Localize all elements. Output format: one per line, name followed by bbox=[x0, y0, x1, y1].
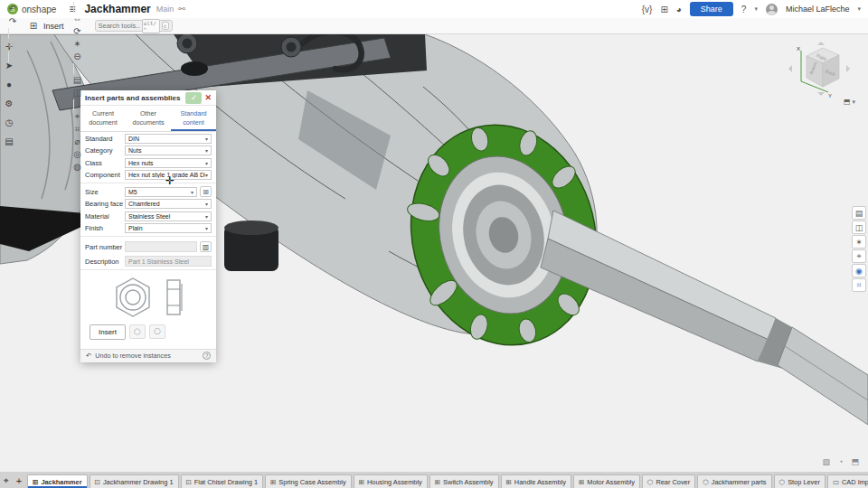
tab-type-icon: ⬡ bbox=[703, 478, 709, 486]
graphics-area[interactable]: ✛➤●⚙◷▤ ▤◫✶⌖◉⌗ X Y Right Bottom bbox=[0, 34, 868, 472]
toolbar-icon[interactable]: ⇔ bbox=[71, 13, 85, 25]
versions-icon[interactable]: {v} bbox=[642, 5, 653, 14]
chevron-down-icon: ▾ bbox=[205, 201, 208, 207]
toolbar-icon[interactable]: ◎ bbox=[71, 148, 85, 161]
close-button[interactable]: ✕ bbox=[204, 93, 212, 102]
toolbar-icon[interactable] bbox=[8, 52, 9, 62]
material-select[interactable]: Stainless Steel▾ bbox=[125, 211, 212, 221]
document-tab[interactable]: ⊞Jackhammer bbox=[27, 474, 88, 488]
generate-part-number-button[interactable]: ▥ bbox=[200, 241, 212, 252]
document-tab[interactable]: ⬡Stop Lever bbox=[774, 474, 826, 488]
toolbar-icon[interactable]: ↷ bbox=[5, 15, 20, 28]
toolbar-icon[interactable]: ▤ bbox=[71, 74, 85, 87]
link-icon[interactable]: ⚯ bbox=[178, 5, 185, 14]
user-name[interactable]: Michael LaFleche bbox=[786, 5, 850, 14]
document-tab[interactable]: ▭CAD Imports bbox=[827, 474, 868, 488]
dialog-tab[interactable]: Standard content bbox=[171, 106, 216, 131]
dialog-tab[interactable]: Current document bbox=[80, 106, 126, 131]
view-tool-icon[interactable]: ◫ bbox=[852, 221, 866, 234]
avatar[interactable] bbox=[766, 4, 778, 15]
insert-nut-option-icon[interactable]: ⬡ bbox=[129, 324, 146, 339]
insert-nut-stack-option-icon[interactable]: ⎔ bbox=[149, 324, 165, 339]
view-cube-menu[interactable]: ⬒▾ bbox=[844, 98, 855, 106]
accept-button[interactable]: ✓ bbox=[185, 92, 202, 104]
standard-select[interactable]: DIN▾ bbox=[125, 134, 212, 144]
field-label: Part number bbox=[85, 243, 125, 251]
assembly-toolbar: ≔↶↷◍ ⊞ Insert ◷⚇⧉∞✛▦⧈⁘⇔⟳✶⊖▤◫⌖⌗⌀◎◍ alt/⌃ … bbox=[0, 18, 868, 34]
document-tab[interactable]: ⊞Motor Assembly bbox=[573, 474, 640, 488]
view-tool-icon[interactable]: ◉ bbox=[852, 264, 866, 277]
strip-icon[interactable]: ● bbox=[2, 78, 16, 90]
insert-tool-button[interactable]: ⊞ Insert bbox=[23, 20, 68, 33]
notifications-icon[interactable]: ◕ bbox=[676, 5, 682, 14]
dialog-buttons: Insert ⬡ ⎔ bbox=[80, 323, 216, 349]
help-icon[interactable]: ? bbox=[741, 5, 747, 14]
chevron-down-icon: ▾ bbox=[205, 136, 208, 142]
help-icon[interactable]: ? bbox=[203, 352, 211, 360]
bearing-face-select[interactable]: Chamfered▾ bbox=[125, 199, 212, 209]
chevron-down-icon: ▾ bbox=[205, 172, 208, 178]
description-input[interactable]: Part 1 Stainless Steel bbox=[125, 256, 212, 267]
class-select[interactable]: Hex nuts▾ bbox=[125, 158, 212, 168]
part-number-input[interactable] bbox=[125, 241, 197, 252]
toolbar-icon[interactable] bbox=[73, 63, 74, 74]
toolbar-icon[interactable] bbox=[8, 28, 9, 39]
size-row: Size M5▾ ⊞ bbox=[80, 185, 216, 198]
toolbar-icon[interactable]: ◫ bbox=[71, 87, 85, 99]
document-tab[interactable]: ⊞Spring Case Assembly bbox=[265, 474, 352, 488]
chevron-down-icon: ▾ bbox=[191, 189, 193, 195]
search-tools-box[interactable]: alt/⌃ c bbox=[95, 20, 173, 32]
status-icon[interactable]: ◔ bbox=[838, 457, 843, 466]
document-tab[interactable]: ⊞Handle Assembly bbox=[501, 474, 571, 488]
document-tab[interactable]: ⬡Jackhammer parts bbox=[697, 474, 771, 488]
toolbar-icon[interactable]: ⊖ bbox=[71, 51, 85, 63]
status-icon[interactable]: ▧ bbox=[823, 457, 831, 466]
toolbar-icon[interactable]: ◍ bbox=[71, 161, 85, 174]
search-tools-input[interactable] bbox=[99, 22, 140, 30]
size-select[interactable]: M5▾ bbox=[125, 187, 197, 197]
view-tool-icon[interactable]: ⌗ bbox=[852, 278, 866, 292]
toolbar-icon[interactable]: ↶ bbox=[5, 3, 20, 15]
document-tab[interactable]: ⬡Rear Cover bbox=[642, 474, 695, 488]
toolbar-icon[interactable]: ⌖ bbox=[71, 110, 85, 123]
nut-side-view bbox=[165, 277, 184, 318]
toolbar-icon[interactable]: ◍ bbox=[5, 39, 20, 52]
document-tab[interactable]: ⊞Housing Assembly bbox=[354, 474, 428, 488]
strip-icon[interactable]: ⚙ bbox=[2, 97, 16, 109]
view-tool-icon[interactable]: ▤ bbox=[852, 206, 866, 220]
status-icon[interactable]: ⬒ bbox=[851, 457, 859, 466]
document-tab[interactable]: ⊡Jackhammer Drawing 1 bbox=[90, 474, 179, 488]
tab-type-icon: ⊡ bbox=[186, 478, 192, 486]
document-tab[interactable]: ⊡Flat Chisel Drawing 1 bbox=[181, 474, 264, 488]
document-title: Jackhammer bbox=[84, 3, 150, 15]
tab-type-icon: ⊞ bbox=[506, 478, 512, 486]
axis-y-label: Y bbox=[828, 93, 832, 99]
strip-icon[interactable]: ▤ bbox=[2, 135, 16, 147]
share-button[interactable]: Share bbox=[690, 2, 733, 16]
toolbar-icon[interactable] bbox=[73, 2, 74, 13]
toolbar-icon[interactable] bbox=[73, 99, 74, 110]
document-tab[interactable]: ⊞Switch Assembly bbox=[429, 474, 499, 488]
category-select[interactable]: Nuts▾ bbox=[125, 145, 212, 155]
view-tool-icon[interactable]: ⌖ bbox=[852, 249, 866, 263]
view-tool-icon[interactable]: ✶ bbox=[852, 235, 866, 249]
document-tab-bar: ⌖ + ⊞Jackhammer⊡Jackhammer Drawing 1⊡Fla… bbox=[0, 472, 868, 488]
add-tab-button[interactable]: + bbox=[16, 475, 22, 486]
toolbar-main-group: ◷⚇⧉∞✛▦⧈⁘⇔⟳✶⊖▤◫⌖⌗⌀◎◍ bbox=[71, 0, 85, 174]
branch-name[interactable]: Main bbox=[156, 5, 175, 14]
tab-manager-icon[interactable]: ⌖ bbox=[4, 475, 9, 486]
apps-grid-icon[interactable]: ⊞ bbox=[660, 5, 667, 14]
view-cube[interactable]: X Y Right Bottom Back bbox=[787, 42, 852, 103]
strip-icon[interactable]: ◷ bbox=[2, 116, 16, 128]
user-caret-icon[interactable]: ▾ bbox=[857, 5, 861, 13]
field-label: Category bbox=[85, 146, 125, 155]
insert-part-button[interactable]: Insert bbox=[90, 324, 126, 340]
toolbar-icon[interactable]: ⟳ bbox=[71, 25, 85, 38]
toolbar-icon[interactable]: ⌀ bbox=[71, 136, 85, 148]
toolbar-icon[interactable]: ✶ bbox=[71, 38, 85, 51]
size-table-button[interactable]: ⊞ bbox=[200, 186, 212, 197]
finish-select[interactable]: Plain▾ bbox=[125, 223, 212, 233]
toolbar-icon[interactable]: ⌗ bbox=[71, 123, 85, 136]
dialog-tab[interactable]: Other documents bbox=[126, 106, 171, 131]
help-caret-icon[interactable]: ▾ bbox=[754, 5, 758, 13]
